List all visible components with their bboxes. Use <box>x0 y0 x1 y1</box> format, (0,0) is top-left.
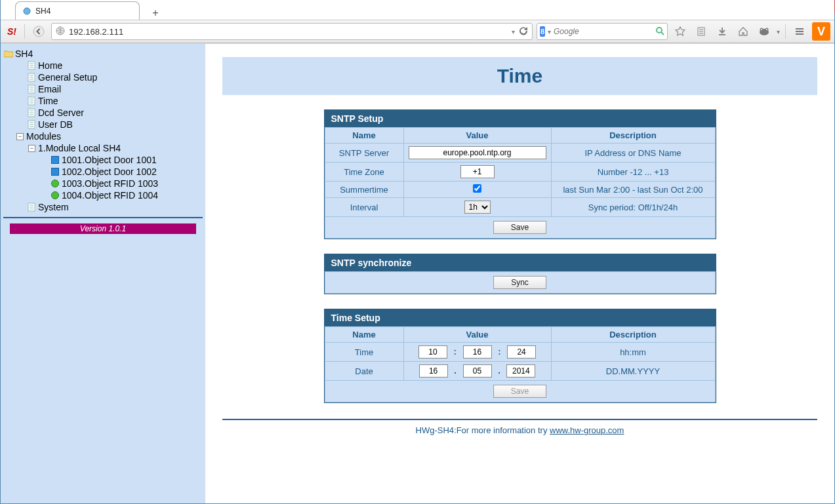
search-engine-icon[interactable]: 8 <box>540 26 545 37</box>
page-icon <box>26 108 37 117</box>
tree-root-label: SH4 <box>15 48 33 60</box>
tree-item-label: 1003.Object RFID 1003 <box>62 178 158 189</box>
search-engine-dropdown-icon[interactable]: ▾ <box>548 28 551 35</box>
new-tab-button[interactable]: + <box>148 7 163 20</box>
sidebar-divider <box>3 217 203 218</box>
downloads-icon[interactable] <box>714 23 731 40</box>
summertime-label: Summertime <box>325 182 403 198</box>
date-sep: . <box>494 366 504 376</box>
rfid-icon <box>50 191 60 200</box>
date-label: Date <box>325 362 403 381</box>
back-button[interactable] <box>30 23 47 40</box>
tree-item[interactable]: 1003.Object RFID 1003 <box>39 178 203 189</box>
date-mm-input[interactable] <box>463 364 492 378</box>
tree-toggle-icon[interactable]: − <box>16 133 24 140</box>
tree-item-label: 1.Module Local SH4 <box>38 142 121 154</box>
col-desc: Description <box>551 327 715 343</box>
tree-root[interactable]: SH4 <box>3 48 203 60</box>
tree-item-label: 1002.Object Door 1002 <box>62 166 157 178</box>
tree-toggle-icon[interactable]: − <box>28 145 35 152</box>
time-desc: hh:mm <box>551 343 715 362</box>
tree-item[interactable]: Home <box>15 60 203 71</box>
tree-item-label: Modules <box>26 130 61 142</box>
sntp-setup-heading: SNTP Setup <box>325 110 716 127</box>
tree-item-label: 1004.Object RFID 1004 <box>62 189 158 201</box>
addon-sot-icon[interactable]: S! <box>5 24 19 39</box>
footer-text: HWg-SH4:For more information try www.hw-… <box>222 425 817 435</box>
svg-point-1 <box>33 26 44 37</box>
browser-tabstrip: SH4 + <box>1 0 834 20</box>
interval-select[interactable]: 1h <box>464 201 491 214</box>
tree-item[interactable]: Email <box>15 83 203 95</box>
page-icon <box>26 120 37 129</box>
time-mm-input[interactable] <box>463 345 492 359</box>
interval-label: Interval <box>325 198 403 217</box>
tree-item-label: General Setup <box>38 71 97 83</box>
time-hh-input[interactable] <box>418 345 447 359</box>
sync-button[interactable]: Sync <box>493 276 546 289</box>
sntp-save-button[interactable]: Save <box>493 221 546 234</box>
summertime-checkbox[interactable] <box>473 184 481 193</box>
reload-button[interactable] <box>519 26 528 37</box>
tree-item[interactable]: General Setup <box>15 71 203 83</box>
svg-point-0 <box>24 8 30 14</box>
tree-item-label: 1001.Object Door 1001 <box>62 154 157 166</box>
globe-icon <box>56 26 65 37</box>
search-input[interactable] <box>554 27 653 36</box>
tree-item[interactable]: 1002.Object Door 1002 <box>39 166 203 178</box>
tree-item-label: Dcd Server <box>38 107 84 119</box>
col-desc: Description <box>551 128 715 144</box>
sntp-server-input[interactable] <box>409 146 546 159</box>
time-setup-heading: Time Setup <box>325 309 716 326</box>
search-bar[interactable]: 8 ▾ <box>537 23 668 40</box>
date-desc: DD.MM.YYYY <box>551 362 715 381</box>
tree-item[interactable]: User DB <box>15 119 203 130</box>
col-name: Name <box>325 128 403 144</box>
footer-prefix: HWg-SH4:For more information try <box>416 425 550 435</box>
tree-item[interactable]: 1001.Object Door 1001 <box>39 154 203 166</box>
nav-sidebar: SH4 HomeGeneral SetupEmailTimeDcd Server… <box>1 44 205 503</box>
bookmarks-list-icon[interactable] <box>693 23 710 40</box>
tree-modules[interactable]: −Modules <box>15 130 203 142</box>
sntp-server-desc: IP Address or DNS Name <box>551 144 715 163</box>
summertime-desc: last Sun Mar 2:00 - last Sun Oct 2:00 <box>551 182 715 198</box>
menu-icon[interactable] <box>791 23 808 40</box>
time-sep: : <box>494 347 504 357</box>
footer-link[interactable]: www.hw-group.com <box>550 425 624 435</box>
svg-line-4 <box>661 32 664 35</box>
addon-frog-icon[interactable] <box>756 23 773 40</box>
time-setup-panel: Time Setup Name Value Description Time : <box>324 309 716 403</box>
search-icon[interactable] <box>655 26 664 37</box>
addon-orange-icon[interactable]: V <box>812 22 830 41</box>
url-history-dropdown-icon[interactable]: ▾ <box>512 28 515 35</box>
timezone-input[interactable] <box>460 165 495 178</box>
time-ss-input[interactable] <box>507 345 536 359</box>
svg-point-13 <box>766 29 767 30</box>
svg-point-12 <box>761 29 762 30</box>
url-bar[interactable]: ▾ <box>51 23 533 40</box>
col-value: Value <box>403 327 551 343</box>
tree-module-group[interactable]: −1.Module Local SH4 <box>27 142 203 154</box>
sntp-sync-panel: SNTP synchronize Sync <box>324 254 716 294</box>
separator <box>24 24 25 39</box>
date-sep: . <box>450 366 460 376</box>
time-save-button[interactable]: Save <box>493 385 546 398</box>
home-icon[interactable] <box>735 23 752 40</box>
page-title: Time <box>230 65 809 87</box>
tree-item[interactable]: System <box>15 201 203 213</box>
browser-tab[interactable]: SH4 <box>15 1 140 20</box>
tree-item[interactable]: Time <box>15 95 203 107</box>
url-input[interactable] <box>69 27 508 37</box>
date-dd-input[interactable] <box>419 364 448 378</box>
door-icon <box>50 167 60 176</box>
page-icon <box>26 85 37 94</box>
bookmark-star-icon[interactable] <box>672 23 689 40</box>
tree-item[interactable]: 1004.Object RFID 1004 <box>39 189 203 201</box>
tree-item[interactable]: Dcd Server <box>15 107 203 119</box>
addon-dropdown-icon[interactable]: ▾ <box>777 28 780 35</box>
door-icon <box>50 155 60 165</box>
sntp-sync-heading: SNTP synchronize <box>325 254 716 271</box>
timezone-desc: Number -12 ... +13 <box>551 163 715 182</box>
interval-desc: Sync period: Off/1h/24h <box>551 198 715 217</box>
date-yy-input[interactable] <box>506 364 535 378</box>
